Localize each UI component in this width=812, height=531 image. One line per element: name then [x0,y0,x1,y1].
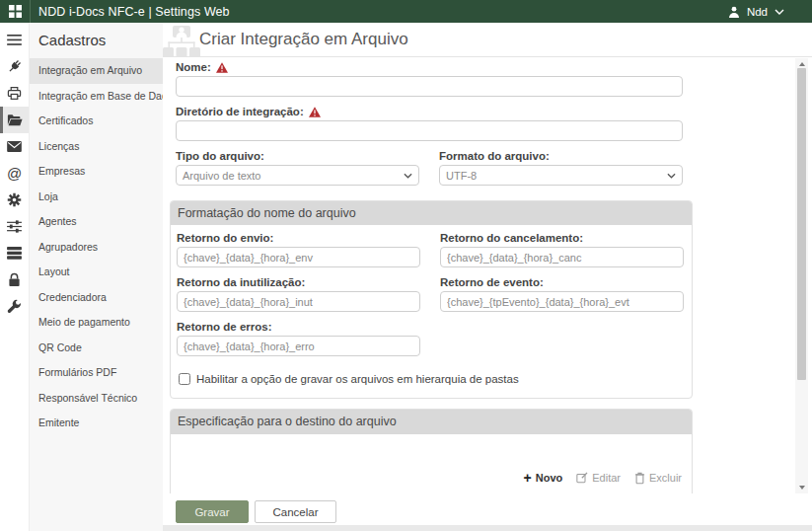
wrench-icon [7,299,22,314]
gear-icon [7,192,22,207]
retorno-inutilizacao-label: Retorno da inutilização: [177,276,305,288]
retorno-erros-input[interactable] [177,336,420,356]
top-bar: NDD i-Docs NFC-e | Settings Web Ndd [0,0,812,23]
main-content: Criar Integração em Arquivo Nome: [163,23,812,531]
sidebar-item-empresas[interactable]: Empresas [30,159,163,185]
hierarquia-checkbox-row: Habilitar a opção de gravar os arquivos … [179,373,519,385]
tipo-arquivo-label: Tipo do arquivo: [176,150,264,162]
sitemap-watermark-icon [163,26,201,57]
sidebar: Cadastros Integração em Arquivo Integraç… [30,23,163,531]
hierarquia-checkbox[interactable] [179,373,190,385]
rail-item-email-settings[interactable]: @ [0,160,29,187]
user-menu[interactable]: Ndd [728,6,784,18]
apps-grid-icon[interactable] [0,0,30,23]
edit-icon [576,472,588,484]
especificacao-panel: Especificação para o destino do arquivo … [170,409,693,493]
icon-rail: @ [0,23,30,531]
formato-arquivo-value: UTF-8 [446,170,477,182]
scroll-down-arrow[interactable] [795,482,808,493]
sidebar-item-integracao-arquivo[interactable]: Integração em Arquivo [30,58,163,84]
user-name: Ndd [747,6,768,18]
menu-toggle-button[interactable] [0,27,29,53]
hamburger-menu-icon [7,35,22,45]
apps-grid-icon [9,5,22,18]
page-title: Criar Integração em Arquivo [199,23,408,56]
rail-item-printers[interactable] [0,80,29,107]
sidebar-item-formularios-pdf[interactable]: Formulários PDF [30,360,163,386]
form-footer: Gravar Cancelar [176,500,336,523]
especificacao-panel-title: Especificação para o destino do arquivo [171,410,692,434]
folder-open-icon [7,114,23,126]
formato-arquivo-select[interactable]: UTF-8 [439,165,683,186]
app-window: NDD i-Docs NFC-e | Settings Web Ndd [0,0,812,531]
lock-icon [8,272,21,287]
app-title: NDD i-Docs NFC-e | Settings Web [38,5,230,19]
sidebar-item-responsavel-tecnico[interactable]: Responsável Técnico [30,386,163,412]
rail-item-settings[interactable] [0,187,29,213]
retorno-inutilizacao-input[interactable] [177,291,420,312]
formatacao-panel: Formatação do nome do arquivo Retorno do… [170,200,693,399]
retorno-evento-input[interactable] [440,291,684,312]
nome-label: Nome: [176,61,228,73]
chevron-down-icon [404,173,412,179]
sidebar-item-agrupadores[interactable]: Agrupadores [30,235,163,261]
vertical-scrollbar[interactable] [795,58,808,493]
form-scroll-area: Nome: Diretório de integração: [163,58,794,493]
printer-icon [7,86,22,101]
server-stack-icon [7,247,22,260]
formato-arquivo-label: Formato do arquivo: [439,150,550,162]
scrollbar-thumb[interactable] [797,68,806,380]
sidebar-item-integracao-base-dados[interactable]: Integração em Base de Dados [30,84,163,110]
at-sign-icon: @ [7,166,22,181]
formatacao-panel-title: Formatação do nome do arquivo [171,201,692,225]
sidebar-item-emitente[interactable]: Emitente [30,411,163,436]
sidebar-title: Cadastros [30,23,163,58]
retorno-envio-label: Retorno do envio: [177,232,273,244]
sidebar-item-credenciadora[interactable]: Credenciadora [30,285,163,311]
sidebar-item-meio-pagamento[interactable]: Meio de pagamento [30,310,163,336]
diretorio-input[interactable] [176,120,683,141]
retorno-envio-input[interactable] [177,247,420,267]
sidebar-item-layout[interactable]: Layout [30,260,163,285]
warning-icon [216,62,228,73]
rail-item-preferences[interactable] [0,213,29,240]
novo-button[interactable]: + Novo [524,471,563,485]
sliders-icon [7,220,22,233]
rail-item-mail[interactable] [0,133,29,160]
tipo-arquivo-value: Arquivo de texto [183,170,261,182]
excluir-button[interactable]: Excluir [634,472,682,485]
hierarquia-checkbox-label: Habilitar a opção de gravar os arquivos … [196,373,519,385]
bottom-strip [163,525,812,531]
retorno-erros-label: Retorno de erros: [177,321,272,333]
destino-toolbar: + Novo Editar [524,471,682,485]
nome-input[interactable] [176,76,683,97]
cancelar-button[interactable]: Cancelar [255,500,336,523]
warning-icon [309,107,321,117]
rail-item-integrations[interactable] [0,53,29,80]
plug-icon [7,59,22,74]
rail-item-servers[interactable] [0,240,29,266]
chevron-down-icon [775,9,784,15]
plus-icon: + [524,471,532,485]
chevron-down-icon [667,173,676,179]
sidebar-item-licencas[interactable]: Licenças [30,134,163,160]
sidebar-item-qr-code[interactable]: QR Code [30,336,163,361]
sidebar-item-loja[interactable]: Loja [30,185,163,210]
rail-item-tools[interactable] [0,293,29,320]
user-icon [728,6,740,18]
sidebar-item-agentes[interactable]: Agentes [30,209,163,235]
page-header: Criar Integração em Arquivo [163,23,812,57]
retorno-cancelamento-input[interactable] [440,247,684,267]
topbar-divider [30,0,31,23]
tipo-arquivo-select[interactable]: Arquivo de texto [176,165,419,186]
mail-icon [7,141,22,152]
retorno-evento-label: Retorno de evento: [440,276,544,288]
editar-button[interactable]: Editar [576,472,621,484]
diretorio-label: Diretório de integração: [176,106,321,117]
rail-item-files[interactable] [0,107,29,133]
rail-item-security[interactable] [0,266,29,293]
gravar-button[interactable]: Gravar [176,500,249,523]
retorno-cancelamento-label: Retorno do cancelamento: [440,232,583,244]
trash-icon [634,472,645,485]
sidebar-item-certificados[interactable]: Certificados [30,109,163,134]
